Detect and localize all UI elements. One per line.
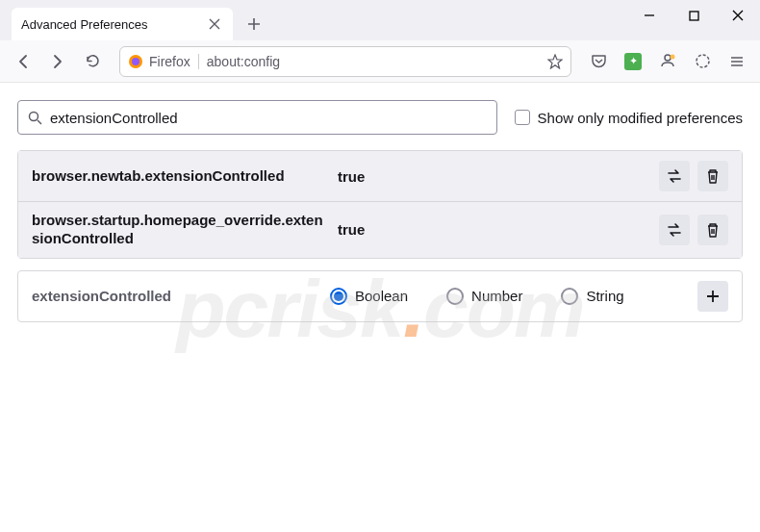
maximize-button[interactable] (671, 0, 716, 31)
close-tab-icon[interactable] (206, 15, 223, 33)
preference-row[interactable]: browser.startup.homepage_override.extens… (18, 202, 742, 258)
delete-button[interactable] (697, 215, 728, 245)
svg-point-2 (132, 58, 139, 65)
svg-rect-0 (690, 12, 698, 20)
account-icon[interactable] (652, 46, 683, 77)
search-row: extensionControlled Show only modified p… (17, 100, 743, 135)
preferences-list: browser.newtab.extensionControlled true … (17, 150, 743, 259)
svg-point-4 (697, 55, 709, 67)
tab-title: Advanced Preferences (21, 17, 206, 32)
bookmark-star-icon[interactable] (547, 54, 563, 69)
reload-button[interactable] (77, 46, 108, 77)
back-button[interactable] (8, 46, 38, 77)
urlbar[interactable]: Firefox about:config (119, 46, 571, 77)
firefox-logo-icon (128, 54, 143, 69)
downloads-icon[interactable] (687, 46, 718, 77)
search-input[interactable]: extensionControlled (17, 100, 497, 135)
browser-toolbar: Firefox about:config ✦ (0, 40, 760, 83)
content-area: extensionControlled Show only modified p… (0, 83, 760, 340)
radio-label: Number (471, 288, 522, 304)
preference-name: browser.startup.homepage_override.extens… (32, 212, 330, 248)
new-preference-row: extensionControlled Boolean Number Strin… (17, 270, 743, 322)
delete-button[interactable] (697, 161, 728, 191)
radio-icon (330, 288, 347, 305)
add-button[interactable] (697, 281, 728, 312)
new-tab-button[interactable] (241, 11, 267, 38)
forward-button[interactable] (42, 46, 73, 77)
browser-tab[interactable]: Advanced Preferences (12, 8, 233, 40)
new-preference-name: extensionControlled (32, 288, 330, 304)
search-icon (28, 111, 42, 125)
identity-label: Firefox (149, 54, 190, 69)
radio-string[interactable]: String (561, 288, 623, 305)
urlbar-identity: Firefox (128, 54, 199, 69)
pocket-icon[interactable] (583, 46, 614, 77)
radio-icon (561, 288, 578, 305)
radio-label: Boolean (355, 288, 408, 304)
titlebar: Advanced Preferences (0, 0, 760, 40)
svg-point-3 (671, 54, 675, 59)
preference-row[interactable]: browser.newtab.extensionControlled true (18, 151, 742, 202)
svg-point-5 (30, 112, 38, 120)
search-value: extensionControlled (50, 110, 178, 126)
window-controls (627, 0, 760, 31)
preference-value: true (330, 221, 659, 238)
modified-only-checkbox[interactable]: Show only modified preferences (515, 110, 743, 126)
radio-number[interactable]: Number (446, 288, 522, 305)
radio-icon (446, 288, 464, 305)
radio-boolean[interactable]: Boolean (330, 288, 408, 305)
preference-value: true (330, 168, 659, 185)
toggle-button[interactable] (659, 161, 690, 191)
checkbox-icon (515, 110, 530, 125)
toggle-button[interactable] (659, 215, 690, 245)
menu-button[interactable] (722, 46, 752, 77)
minimize-button[interactable] (627, 0, 671, 31)
extension-icon[interactable]: ✦ (618, 46, 648, 77)
urlbar-text: about:config (207, 54, 540, 69)
type-radio-group: Boolean Number String (330, 288, 697, 305)
radio-label: String (586, 288, 623, 304)
close-window-button[interactable] (716, 0, 760, 31)
preference-name: browser.newtab.extensionControlled (32, 167, 330, 186)
modified-only-label: Show only modified preferences (538, 110, 743, 126)
